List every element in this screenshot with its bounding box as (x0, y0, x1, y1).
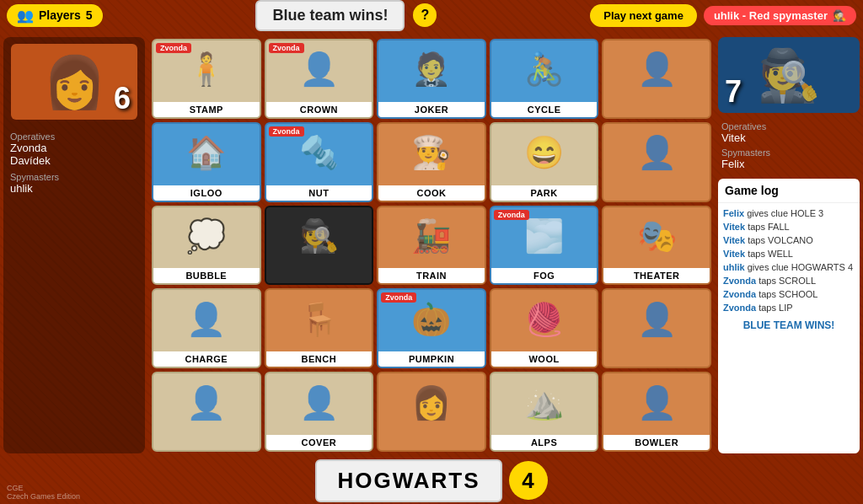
game-log: Game log Felix gives clue HOLE 3Vitek ta… (718, 179, 860, 453)
win-banner: Blue team wins! (255, 0, 405, 31)
card-label: CROWN (266, 102, 373, 117)
card-NUT[interactable]: 🔩ZvondaNUT (265, 122, 374, 202)
card-label: FOG (491, 268, 598, 283)
card-label: ALPS (491, 435, 598, 450)
log-entry: BLUE TEAM WINS! (723, 318, 855, 333)
card-20[interactable]: 👤 (152, 372, 261, 452)
help-button[interactable]: ? (413, 3, 437, 27)
card-label: CYCLE (491, 102, 598, 117)
card-label: PARK (491, 185, 598, 201)
players-icon: 👥 (17, 8, 34, 24)
spymaster-label: uhlik - Red spymaster (714, 9, 828, 22)
card-COOK[interactable]: 👨‍🍳COOK (377, 122, 486, 202)
card-19[interactable]: 👤 (602, 288, 711, 368)
card-BENCH[interactable]: 🪑BENCH (265, 288, 374, 368)
card-image: 💭 (153, 207, 260, 265)
card-image: 🚂 (378, 207, 485, 265)
card-figure: 👤 (299, 384, 339, 421)
card-CHARGE[interactable]: 👤CHARGE (152, 288, 261, 368)
card-BUBBLE[interactable]: 💭BUBBLE (152, 206, 261, 286)
top-center: Blue team wins! ? (255, 0, 437, 31)
spymasters-label: Spymasters (10, 172, 138, 182)
card-label: JOKER (378, 102, 485, 117)
card-STAMP[interactable]: 🧍ZvondaSTAMP (152, 39, 261, 119)
card-IGLOO[interactable]: 🏠IGLOO (152, 122, 261, 202)
card-image: 🏠 (153, 124, 260, 182)
card-9[interactable]: 👤 (602, 122, 711, 202)
card-4[interactable]: 👤 (602, 39, 711, 119)
card-figure: 🚴 (524, 51, 564, 88)
card-tag: Zvonda (269, 43, 304, 53)
left-panel: 👩 6 Operatives Zvonda Davídek Spymasters… (3, 37, 145, 453)
card-image: 👨‍🍳 (378, 124, 485, 182)
card-ALPS[interactable]: ⛰️ALPS (490, 372, 599, 452)
card-image: 👤 (153, 290, 260, 348)
game-log-title: Game log (718, 179, 860, 203)
card-label: COOK (378, 185, 485, 201)
card-label: BOWLER (603, 435, 710, 450)
card-label: IGLOO (153, 185, 260, 201)
card-label: BENCH (266, 351, 373, 367)
red-spymasters-label: Spymasters (721, 147, 856, 158)
players-label: Players (39, 8, 81, 22)
card-CROWN[interactable]: 👤ZvondaCROWN (265, 39, 374, 119)
card-figure: ⛰️ (524, 384, 564, 421)
card-label: NUT (266, 185, 373, 201)
card-image: 🪑 (266, 290, 373, 348)
card-figure: 💭 (186, 217, 226, 255)
card-label: BUBBLE (153, 268, 260, 283)
card-PUMPKIN[interactable]: 🎃ZvondaPUMPKIN (377, 288, 486, 368)
card-image: 👤 (603, 373, 710, 432)
card-figure: 👩 (411, 384, 451, 421)
card-figure: 🤵 (411, 51, 451, 88)
card-image: 😄 (491, 124, 598, 182)
card-figure: 👤 (186, 384, 226, 421)
card-tag: Zvonda (269, 126, 304, 137)
card-COVER[interactable]: 👤COVER (265, 372, 374, 452)
log-entry: Vitek taps VOLCANO (723, 233, 855, 247)
card-figure: 🎃 (411, 301, 451, 338)
card-image: 👤 (153, 373, 260, 432)
card-figure: 🌫️ (524, 217, 564, 255)
spymaster-name: uhlik (10, 182, 138, 195)
card-label: TRAIN (378, 268, 485, 283)
play-next-button[interactable]: Play next game (590, 4, 697, 27)
top-bar: 👥 Players 5 Blue team wins! ? Play next … (0, 0, 863, 30)
red-operative-1: Vitek (721, 131, 856, 144)
log-entry: Zvonda taps SCHOOL (723, 287, 855, 301)
clue-bar: HOGWARTS 4 (0, 457, 863, 504)
card-label: COVER (266, 435, 373, 450)
card-THEATER[interactable]: 🎭THEATER (602, 206, 711, 286)
card-tag: Zvonda (156, 43, 191, 53)
red-avatar-figure: 🕵️ (758, 46, 821, 105)
red-operatives-label: Operatives (721, 121, 856, 131)
card-FOG[interactable]: 🌫️ZvondaFOG (490, 206, 599, 286)
card-WOOL[interactable]: 🧶WOOL (490, 288, 599, 368)
card-CYCLE[interactable]: 🚴CYCLE (490, 39, 599, 119)
card-11[interactable]: 🕵️ (265, 206, 374, 286)
card-label: WOOL (491, 351, 598, 367)
card-tag: Zvonda (381, 292, 416, 303)
card-figure: 👤 (186, 301, 226, 338)
log-entry: Felix gives clue HOLE 3 (723, 206, 855, 220)
card-figure: 👤 (637, 384, 677, 421)
card-label: STAMP (153, 102, 260, 117)
card-label: PUMPKIN (378, 351, 485, 367)
card-figure: 👨‍🍳 (411, 134, 451, 171)
card-image: 🚴 (491, 40, 598, 99)
card-image: 🤵 (378, 40, 485, 99)
clue-number: 4 (509, 461, 548, 500)
card-figure: 🏠 (186, 134, 226, 171)
players-count: 5 (86, 8, 93, 22)
card-figure: 🎭 (637, 217, 677, 255)
card-PARK[interactable]: 😄PARK (490, 122, 599, 202)
card-BOWLER[interactable]: 👤BOWLER (602, 372, 711, 452)
log-entry: Vitek taps FALL (723, 220, 855, 233)
card-tag: Zvonda (494, 210, 529, 220)
card-JOKER[interactable]: 🤵JOKER (377, 39, 486, 119)
clue-word: HOGWARTS (315, 459, 501, 502)
card-image: 👤 (603, 290, 710, 348)
log-entry: Zvonda taps SCROLL (723, 274, 855, 287)
card-22[interactable]: 👩 (377, 372, 486, 452)
card-TRAIN[interactable]: 🚂TRAIN (377, 206, 486, 286)
